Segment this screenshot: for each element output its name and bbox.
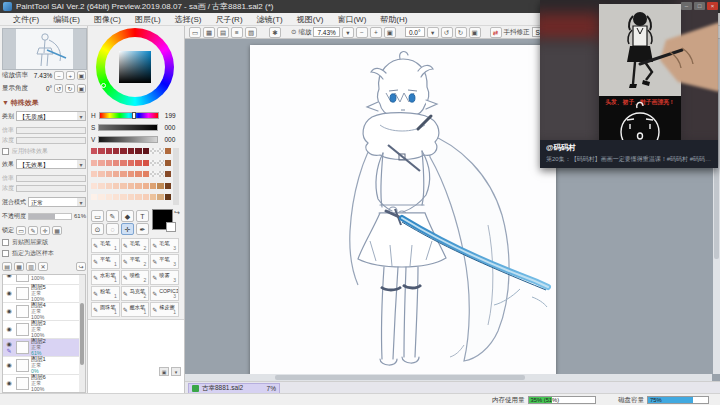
toolbar-zoom-in-button[interactable]: + (370, 27, 382, 38)
menu-file[interactable]: 文件(F) (6, 13, 46, 25)
menu-window[interactable]: 窗口(W) (330, 13, 373, 25)
swatch[interactable] (135, 148, 141, 154)
menu-layer[interactable]: 图层(L) (128, 13, 168, 25)
brush-preset[interactable]: ✎喷雾3 (150, 270, 179, 285)
toolbar-rotate-ccw-button[interactable]: ↺ (441, 27, 453, 38)
apply-effect-checkbox[interactable] (2, 148, 9, 155)
swatch[interactable] (113, 160, 119, 166)
layer-thumbnail[interactable] (16, 287, 29, 300)
swatch[interactable] (143, 194, 149, 200)
blend-mode-select[interactable]: 正常 ▾ (28, 197, 86, 207)
selection-options-icon[interactable]: ≡ (231, 27, 243, 38)
brush-preset[interactable]: ✎圆珠笔1 (91, 302, 120, 317)
swatch[interactable] (157, 171, 163, 177)
swatch[interactable] (120, 160, 126, 166)
layer-row[interactable]: ◉ 图层6正常100% (3, 375, 85, 393)
selection-subtract-icon[interactable]: ▤ (217, 27, 229, 38)
rotate-ccw-button[interactable]: ↺ (54, 84, 63, 93)
swatch[interactable] (157, 160, 163, 166)
layer-thumbnail[interactable] (16, 305, 29, 318)
menu-select[interactable]: 选择(S) (168, 13, 209, 25)
bucket-tool[interactable]: ◆ (121, 210, 134, 222)
swatch[interactable] (150, 183, 156, 189)
brush-preset[interactable]: ✎橡皮擦1 (150, 302, 179, 317)
swatch[interactable] (128, 160, 134, 166)
stream-overlay[interactable]: 头发、裙子、鞋子画漂亮！ @码码村 第20集：【码 (540, 0, 718, 168)
swatch[interactable] (135, 183, 141, 189)
brush-preset[interactable]: ✎喷枪2 (121, 270, 150, 285)
minimize-button[interactable]: – (681, 2, 692, 10)
swatch[interactable] (98, 171, 104, 177)
new-folder-button[interactable]: ▦ (14, 262, 24, 271)
swatch[interactable] (143, 148, 149, 154)
swatch[interactable] (143, 183, 149, 189)
effect-select[interactable]: 【无效果】 ▾ (16, 159, 86, 169)
pen-tool[interactable]: ✎ (106, 210, 119, 222)
brush-preset[interactable]: ✎毛笔2 (121, 238, 150, 253)
secondary-color-swatch[interactable] (166, 222, 176, 232)
brush-preset[interactable]: ✎蘸水笔1 (121, 302, 150, 317)
swatch[interactable] (135, 160, 141, 166)
zoom-out-button[interactable]: − (54, 71, 63, 80)
selection-source-checkbox[interactable] (2, 250, 9, 257)
navigator-preview[interactable] (2, 28, 87, 70)
toolbar-zoom-value[interactable]: 7.43% (313, 27, 339, 37)
hue-marker[interactable] (101, 83, 106, 88)
selection-mode-icon[interactable]: ▭ (189, 27, 201, 38)
zoom-reset-button[interactable]: ▣ (77, 71, 86, 80)
brush-preset[interactable]: ✎粉笔1 (91, 286, 120, 301)
lasso-tool[interactable]: ◌ (106, 223, 119, 235)
brush-preset[interactable]: ✎马克笔2 (121, 286, 150, 301)
swatch[interactable] (128, 183, 134, 189)
swatch[interactable] (91, 171, 97, 177)
swatch[interactable] (128, 194, 134, 200)
swatch[interactable] (113, 183, 119, 189)
menu-edit[interactable]: 编辑(E) (46, 13, 87, 25)
rotate-reset-button[interactable]: ▣ (77, 84, 86, 93)
swatch[interactable] (135, 171, 141, 177)
stream-video[interactable]: 头发、裙子、鞋子画漂亮！ (540, 0, 718, 140)
layer-thumbnail[interactable] (16, 323, 29, 336)
swatch[interactable] (165, 171, 171, 177)
panel-option-button[interactable]: ▣ (159, 367, 169, 376)
new-layer-button[interactable]: ▤ (2, 262, 12, 271)
swatch[interactable] (113, 194, 119, 200)
swatch[interactable] (98, 160, 104, 166)
zoom-dropdown-button[interactable]: ▾ (342, 27, 354, 38)
swap-colors-icon[interactable]: ↪ (174, 209, 180, 217)
angle-dropdown-button[interactable]: ▾ (427, 27, 439, 38)
swatch[interactable] (91, 183, 97, 189)
swatch[interactable] (157, 148, 163, 154)
brush-preset[interactable]: ✎平笔3 (150, 254, 179, 269)
menu-view[interactable]: 视图(V) (290, 13, 331, 25)
swatch[interactable] (98, 183, 104, 189)
clipping-checkbox[interactable] (2, 239, 9, 246)
texture-density-slider[interactable] (16, 137, 86, 144)
selection-add-icon[interactable]: ▦ (203, 27, 215, 38)
canvas-hscrollbar[interactable] (185, 374, 712, 381)
layer-row[interactable]: ◉ 图层1正常0% (3, 357, 85, 375)
swatch[interactable] (120, 171, 126, 177)
flip-horizontal-icon[interactable]: ⇄ (490, 27, 502, 38)
eye-icon[interactable]: ◉ (4, 380, 14, 387)
swatch[interactable] (106, 183, 112, 189)
menu-image[interactable]: 图像(C) (87, 13, 128, 25)
swatch[interactable] (150, 194, 156, 200)
maximize-button[interactable]: □ (694, 2, 705, 10)
brush-preset[interactable]: ✎平笔2 (121, 254, 150, 269)
lock-transparency-icon[interactable]: ▭ (16, 226, 26, 235)
close-button[interactable]: × (707, 2, 718, 10)
zoom-in-button[interactable]: + (66, 71, 75, 80)
layer-thumbnail[interactable] (16, 377, 29, 390)
eyedropper-tool[interactable]: ✒ (136, 223, 149, 235)
swatch-scrollbar[interactable] (173, 148, 179, 205)
texture-category-select[interactable]: 【无质感】 ▾ (16, 111, 86, 121)
eye-icon[interactable]: ◉ (4, 308, 14, 315)
swatch[interactable] (165, 160, 171, 166)
effect-scale-slider[interactable] (16, 175, 86, 182)
swatch[interactable] (113, 171, 119, 177)
swatch[interactable] (113, 148, 119, 154)
swatch[interactable] (150, 160, 156, 166)
swatch[interactable] (91, 148, 97, 154)
brush-preset[interactable]: ✎毛笔1 (91, 238, 120, 253)
